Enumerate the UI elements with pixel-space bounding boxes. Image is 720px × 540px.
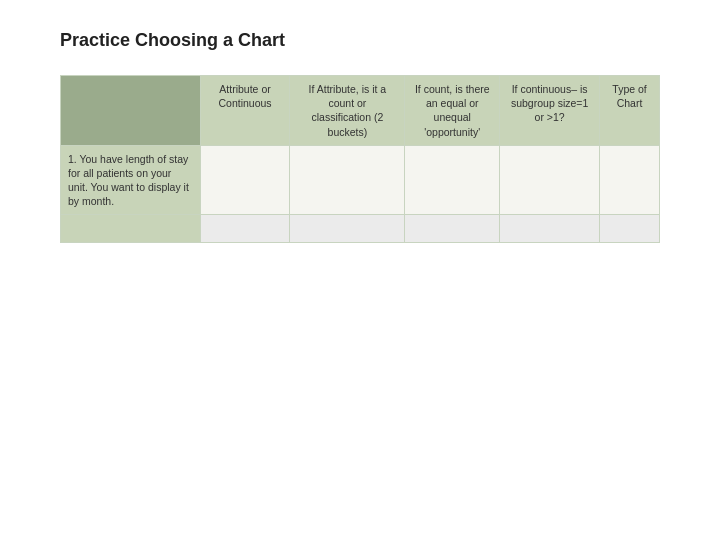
table-row: 1. You have length of stay for all patie… [61,145,660,215]
row-2-attr [200,215,290,242]
header-if-count: If count, is there an equal or unequal '… [405,76,500,146]
row-2-if-attr [290,215,405,242]
header-if-cont: If continuous– is subgroup size=1 or >1? [500,76,600,146]
header-if-attr: If Attribute, is it a count or classific… [290,76,405,146]
header-row-label [61,76,201,146]
row-2-if-cont [500,215,600,242]
row-2-if-count [405,215,500,242]
header-type: Type of Chart [600,76,660,146]
row-1-label: 1. You have length of stay for all patie… [61,145,201,215]
header-attr: Attribute or Continuous [200,76,290,146]
row-1-if-cont [500,145,600,215]
table-row [61,215,660,242]
row-1-type [600,145,660,215]
row-1-if-count [405,145,500,215]
page-container: Practice Choosing a Chart Attribute or C… [0,0,720,540]
row-1-if-attr [290,145,405,215]
row-1-attr [200,145,290,215]
page-title: Practice Choosing a Chart [60,30,660,51]
practice-table: Attribute or Continuous If Attribute, is… [60,75,660,243]
table-header-row: Attribute or Continuous If Attribute, is… [61,76,660,146]
row-2-label [61,215,201,242]
row-2-type [600,215,660,242]
